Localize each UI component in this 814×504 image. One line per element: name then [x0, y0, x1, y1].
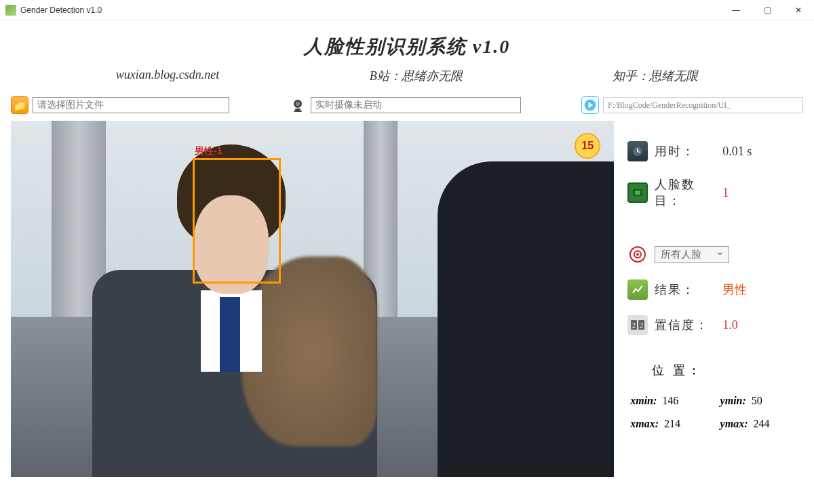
svg-text:2: 2	[632, 322, 636, 329]
video-path-input[interactable]	[603, 97, 803, 113]
folder-icon[interactable]: 📁	[11, 96, 28, 114]
svg-rect-2	[295, 109, 301, 111]
content: 15 男性-1 用时： 0.01 s 人脸数目： 1 所有人脸 结果： 男性 2…	[0, 121, 814, 477]
video-input-group	[581, 96, 803, 114]
time-value: 0.01 s	[722, 144, 752, 159]
image-path-input[interactable]	[33, 97, 229, 113]
svg-point-1	[296, 102, 300, 106]
result-label: 结果：	[655, 282, 716, 298]
conf-label: 置信度：	[655, 317, 716, 333]
stat-result: 结果： 男性	[627, 279, 803, 300]
stat-time: 用时： 0.01 s	[627, 141, 803, 161]
window-title: Gender Detection v1.0	[20, 5, 720, 15]
app-icon	[5, 5, 16, 16]
time-label: 用时：	[655, 143, 716, 159]
position-title: 位 置：	[652, 362, 803, 379]
bbox-label: 男性-1	[195, 145, 222, 157]
titlebar: Gender Detection v1.0 — ▢ ✕	[0, 0, 814, 20]
svg-rect-3	[294, 111, 302, 112]
app-title: 人脸性别识别系统 v1.0	[0, 34, 814, 60]
confidence-icon: 22	[627, 315, 648, 335]
minimize-button[interactable]: —	[720, 0, 752, 20]
xmin: xmin: 146	[630, 395, 713, 407]
position-grid: xmin: 146 ymin: 50 xmax: 214 ymax: 244	[627, 395, 803, 430]
play-icon[interactable]	[581, 96, 599, 114]
stat-confidence: 22 置信度： 1.0	[627, 315, 803, 335]
detection-bbox: 男性-1	[193, 158, 281, 284]
chip-icon	[627, 182, 648, 203]
rating-badge: 15	[575, 133, 600, 159]
clock-icon	[627, 141, 648, 161]
maximize-button[interactable]: ▢	[752, 0, 783, 20]
side-panel: 用时： 0.01 s 人脸数目： 1 所有人脸 结果： 男性 22 置信度： 1…	[623, 121, 803, 477]
image-input-group: 📁	[11, 96, 235, 114]
input-bar: 📁	[0, 92, 814, 121]
count-label: 人脸数目：	[655, 176, 716, 209]
camera-status-input[interactable]	[311, 97, 521, 113]
stat-count: 人脸数目： 1	[627, 176, 803, 209]
result-icon	[627, 279, 648, 300]
link-csdn: wuxian.blog.csdn.net	[116, 68, 219, 84]
xmax: xmax: 214	[630, 418, 713, 430]
link-zhihu: 知乎：思绪无限	[613, 68, 698, 84]
face-selector-dropdown[interactable]: 所有人脸	[655, 246, 729, 263]
svg-text:2: 2	[640, 322, 643, 329]
svg-rect-7	[635, 191, 640, 195]
ymin: ymin: 50	[720, 395, 803, 407]
count-value: 1	[722, 186, 729, 200]
svg-point-10	[636, 253, 639, 256]
video-frame	[11, 121, 614, 477]
close-button[interactable]: ✕	[783, 0, 814, 20]
result-value: 男性	[722, 282, 747, 298]
header-links: wuxian.blog.csdn.net B站：思绪亦无限 知乎：思绪无限	[0, 60, 814, 84]
camera-input-group	[289, 96, 526, 114]
video-display: 15 男性-1	[11, 121, 614, 477]
header: 人脸性别识别系统 v1.0 wuxian.blog.csdn.net B站：思绪…	[0, 20, 814, 92]
camera-icon[interactable]	[289, 96, 307, 114]
stat-selector: 所有人脸	[627, 244, 803, 265]
ymax: ymax: 244	[720, 418, 803, 430]
link-bilibili: B站：思绪亦无限	[370, 68, 463, 84]
target-icon	[627, 244, 648, 265]
conf-value: 1.0	[722, 318, 738, 332]
